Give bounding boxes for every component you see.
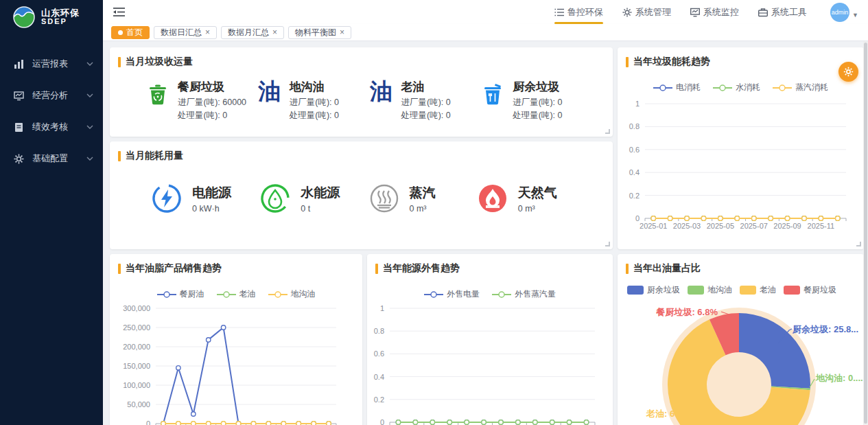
scrollbar-thumb[interactable] [864, 43, 867, 424]
card-title: 当月能耗用量 [110, 141, 613, 162]
sidebar-item-performance-review[interactable]: 绩效考核 [0, 111, 103, 143]
sidebar-item-label: 绩效考核 [32, 121, 86, 133]
chevron-down-icon [86, 62, 93, 67]
card-annual-energy-sales-trend: 当年能源外售趋势 外售电量外售蒸汽量 00.20.40.60.812025-01… [367, 254, 613, 425]
oil-character-icon: 油 [257, 79, 282, 104]
line-chart-energy-sales[interactable]: 00.20.40.60.812025-012025-032025-052025-… [367, 279, 613, 425]
logo-subtitle: SDEP [41, 18, 80, 26]
line-chart-energy-trend[interactable]: 00.20.40.60.812025-012025-032025-052025-… [618, 72, 864, 249]
sidebar: 山东环保 SDEP 运营报表 经营分析 [0, 0, 103, 425]
user-menu[interactable]: admin ▼ [830, 3, 858, 22]
resize-handle[interactable] [856, 242, 861, 246]
sidebar-item-label: 运营报表 [32, 58, 86, 70]
svg-text:100,000: 100,000 [123, 381, 150, 389]
svg-text:0.6: 0.6 [374, 349, 384, 358]
out-value: 0 [222, 111, 227, 120]
sidebar-item-business-analysis[interactable]: 经营分析 [0, 80, 103, 111]
out-label: 处理量(吨): [178, 111, 220, 120]
svg-text:2025-09: 2025-09 [773, 222, 801, 230]
tab-home[interactable]: 首页 [111, 26, 150, 39]
card-title: 当年垃圾能耗趋势 [618, 47, 864, 68]
top-nav-system-monitor[interactable]: 系统监控 [690, 2, 739, 23]
svg-text:2025-01: 2025-01 [640, 222, 667, 230]
active-tab-dot [118, 30, 123, 35]
tab-daily-data-summary[interactable]: 数据日汇总 × [154, 26, 217, 39]
card-title: 当年出油量占比 [618, 254, 864, 275]
close-icon[interactable]: × [205, 28, 210, 36]
card-title: 当年油脂产品销售趋势 [110, 254, 362, 275]
donut-chart-oil-share[interactable]: 厨余垃圾: 25.8... 地沟油: 0.... 老油: 66.93% 餐厨垃圾… [618, 302, 864, 425]
energy-item-steam: 蒸汽 0 m³ [368, 183, 477, 214]
card-monthly-energy-usage: 当月能耗用量 电能源 0 kW·h [110, 141, 613, 249]
top-nav-system-tools[interactable]: 系统工具 [758, 2, 807, 23]
waste-item-old-oil: 油 老油 进厂量(吨): 0 处理量(吨): 0 [369, 79, 481, 123]
top-nav-label: 鲁控环保 [567, 6, 603, 19]
vertical-scrollbar[interactable] [863, 41, 868, 425]
gear-icon [843, 67, 854, 77]
energy-name: 水能源 [301, 184, 340, 202]
top-nav-system-management[interactable]: 系统管理 [622, 2, 671, 23]
fold-icon [113, 7, 125, 17]
logo-title: 山东环保 [41, 8, 80, 18]
energy-name: 电能源 [192, 184, 231, 202]
dashboard-content: 当月垃圾收运量 餐厨垃圾 进厂量(吨): 60000 [103, 41, 868, 425]
legend-label: 餐厨垃圾 [804, 284, 836, 296]
in-value: 60000 [222, 97, 246, 107]
sidebar-item-operation-reports[interactable]: 运营报表 [0, 48, 103, 80]
card-annual-oil-product-sales-trend: 当年油脂产品销售趋势 餐厨油老油地沟油 050,000100,000150,00… [110, 254, 362, 425]
logo[interactable]: 山东环保 SDEP [0, 0, 103, 36]
close-icon[interactable]: × [340, 28, 344, 36]
out-label: 处理量(吨): [290, 111, 332, 120]
svg-text:0.6: 0.6 [629, 146, 640, 154]
bar-chart-icon [14, 59, 24, 69]
legend-item[interactable]: 老油 [740, 284, 776, 296]
energy-value: 0 m³ [410, 204, 436, 214]
close-icon[interactable]: × [272, 28, 277, 36]
top-nav-lukong-env[interactable]: 鲁控环保 [554, 2, 603, 23]
resize-handle[interactable] [605, 242, 610, 246]
analysis-monitor-icon [14, 91, 24, 101]
sidebar-collapse-button[interactable] [111, 5, 126, 20]
chart-legend: 厨余垃圾地沟油老油餐厨垃圾 [618, 284, 864, 296]
out-value: 0 [334, 111, 339, 120]
line-chart-oil-sales[interactable]: 050,000100,000150,000200,000250,000300,0… [110, 279, 362, 425]
settings-fab-button[interactable] [838, 62, 858, 82]
svg-text:0.8: 0.8 [629, 122, 640, 130]
svg-text:0.2: 0.2 [629, 192, 640, 200]
tab-material-balance[interactable]: 物料平衡图 × [288, 26, 351, 39]
gas-flame-icon [477, 183, 508, 214]
legend-item[interactable]: 餐厨垃圾 [784, 284, 836, 296]
avatar[interactable]: admin [830, 3, 849, 22]
svg-text:0: 0 [146, 420, 150, 425]
energy-value: 0 kW·h [192, 204, 231, 214]
sidebar-item-basic-config[interactable]: 基础配置 [0, 143, 103, 174]
top-nav-label: 系统管理 [635, 6, 671, 19]
resize-handle[interactable] [605, 129, 610, 134]
electricity-icon [151, 183, 183, 214]
svg-text:0.4: 0.4 [629, 168, 640, 176]
steam-icon [368, 183, 400, 214]
chevron-down-icon [86, 157, 93, 161]
svg-text:1: 1 [635, 100, 640, 108]
in-value: 0 [334, 97, 339, 107]
energy-item-electricity: 电能源 0 kW·h [151, 183, 259, 214]
legend-swatch [627, 286, 644, 295]
waste-name: 地沟油 [290, 79, 339, 95]
waste-name: 餐厨垃圾 [178, 79, 246, 95]
legend-swatch [740, 286, 756, 295]
legend-item[interactable]: 厨余垃圾 [627, 284, 680, 296]
tab-monthly-data-summary[interactable]: 数据月汇总 × [221, 26, 284, 39]
legend-label: 地沟油 [707, 284, 732, 296]
in-label: 进厂量(吨): [401, 97, 444, 107]
donut-svg [618, 302, 864, 425]
svg-text:200,000: 200,000 [123, 343, 150, 351]
in-value: 0 [446, 97, 451, 107]
toolbox-icon [758, 8, 768, 17]
legend-swatch [688, 286, 704, 295]
svg-text:2025-05: 2025-05 [707, 222, 734, 230]
in-label: 进厂量(吨): [178, 97, 220, 107]
sidebar-menu: 运营报表 经营分析 绩效考核 [0, 48, 103, 174]
legend-label: 老油 [760, 284, 776, 296]
document-icon [14, 122, 24, 133]
legend-item[interactable]: 地沟油 [688, 284, 732, 296]
